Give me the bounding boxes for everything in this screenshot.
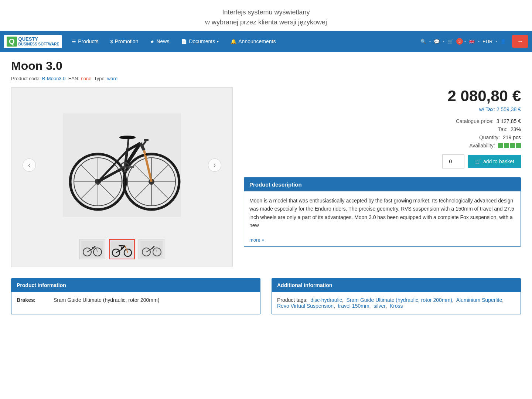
quantity-row: Quantity: 219 pcs [244, 134, 521, 140]
search-icon[interactable]: 🔍 [419, 39, 428, 44]
type-value[interactable]: ware [107, 76, 117, 81]
gallery-thumbnails [79, 239, 164, 259]
chevron-down-icon: ▾ [217, 40, 219, 44]
quantity-label: Quantity: [479, 134, 500, 140]
avail-block-3 [510, 143, 515, 148]
add-to-basket-button[interactable]: 🛒 add to basket [468, 155, 521, 168]
additional-information-header: Additional information [272, 279, 521, 292]
brakes-row: Brakes: Sram Guide Ultimate (hydraulic, … [17, 297, 255, 303]
description-header: Product description [244, 178, 521, 191]
product-information-box: Product information Brakes: Sram Guide U… [11, 278, 260, 314]
product-information-header: Product information [11, 279, 260, 292]
exit-button[interactable]: → [512, 35, 528, 48]
product-information-body: Brakes: Sram Guide Ultimate (hydraulic, … [11, 292, 260, 308]
tag-silver[interactable]: silver [374, 303, 385, 309]
currency-selector[interactable]: EUR [481, 39, 494, 44]
info-boxes: Product information Brakes: Sram Guide U… [11, 278, 521, 314]
product-meta: Product code: B-Moon3.0 EAN: none Type: … [11, 76, 521, 81]
product-layout: ‹ [11, 87, 521, 267]
cart-icon[interactable]: 🛒 [446, 39, 455, 44]
gallery-main-image: ‹ [19, 95, 225, 235]
brakes-value: Sram Guide Ultimate (hydraulic, rotor 20… [54, 297, 159, 303]
user-icon[interactable]: 👤 [499, 39, 508, 44]
nav-products[interactable]: ☰ Products [66, 31, 104, 52]
product-code-label: Product code: [11, 76, 41, 81]
additional-information-body: Product tags: disc-hydraulic, Sram Guide… [272, 292, 521, 314]
tags-label: Product tags: [277, 297, 308, 303]
catalogue-price-row: Catalogue price: 3 127,85 € [244, 118, 521, 124]
price-tax-value: 2 559,38 € [497, 106, 521, 112]
type-label: Type: [94, 76, 106, 81]
availability-row: Availability: [244, 143, 521, 149]
logo[interactable]: Q QUESTY BUSINESS SOFTWARE [4, 35, 62, 48]
nav-announcements[interactable]: 🔔 Announcements [225, 31, 282, 52]
nav-promotion[interactable]: $ Promotion [104, 31, 144, 52]
catalogue-price-label: Catalogue price: [456, 118, 494, 124]
tag-travel[interactable]: travel 150mm [338, 303, 369, 309]
product-details: 2 080,80 € w/ Tax: 2 559,38 € Catalogue … [244, 87, 521, 247]
avail-block-4 [516, 143, 521, 148]
price-tax-label: w/ Tax: [479, 106, 495, 112]
annotation-text: Interfejs systemu wyświetlany w wybranej… [0, 0, 532, 31]
nav-news[interactable]: ★ News [144, 31, 175, 52]
product-image [63, 113, 181, 217]
avail-block-2 [504, 143, 509, 148]
navbar: Q QUESTY BUSINESS SOFTWARE ☰ Products $ … [0, 31, 532, 52]
svg-rect-37 [129, 166, 134, 168]
tax-row: Tax: 23% [244, 126, 521, 132]
ean-label: EAN: [68, 76, 79, 81]
product-description-box: Product description Moon is a model that… [244, 177, 521, 247]
tag-revo[interactable]: Revo Virtual Suspension [277, 303, 334, 309]
products-icon: ☰ [72, 39, 76, 44]
price-main: 2 080,80 € [244, 87, 521, 105]
availability-label: Availability: [469, 143, 495, 149]
logo-q-letter: Q [7, 37, 17, 47]
quantity-value: 219 pcs [503, 134, 521, 140]
nav-documents[interactable]: 📄 Documents ▾ [175, 31, 225, 52]
availability-bar [498, 143, 521, 148]
nav-right: 🔍 • 💬 • 🛒 3 • 🇬🇧 • EUR • 👤 → [419, 35, 528, 48]
nav-promotion-label: Promotion [115, 38, 139, 44]
product-gallery: ‹ [11, 87, 233, 267]
news-icon: ★ [150, 39, 154, 44]
tax-value: 23% [511, 126, 521, 132]
catalogue-price-value: 3 127,85 € [497, 118, 521, 124]
nav-products-label: Products [78, 38, 98, 44]
cart-icon: 🛒 [475, 158, 481, 164]
cart-badge: 3 [456, 38, 463, 45]
svg-point-31 [119, 136, 136, 139]
tag-disc-hydraulic[interactable]: disc-hydraulic [310, 297, 342, 303]
documents-icon: 📄 [181, 39, 187, 44]
avail-block-1 [498, 143, 503, 148]
thumbnail-3[interactable] [139, 239, 164, 259]
additional-information-box: Additional information Product tags: dis… [272, 278, 521, 314]
gallery-next-button[interactable]: › [208, 158, 221, 172]
main-content: Moon 3.0 Product code: B-Moon3.0 EAN: no… [0, 52, 532, 322]
ean-value: none [81, 76, 92, 81]
brakes-label: Brakes: [17, 297, 46, 303]
thumbnail-2[interactable] [109, 239, 135, 259]
tag-kross[interactable]: Kross [390, 303, 403, 309]
quantity-input[interactable] [442, 154, 464, 168]
description-body: Moon is a model that was enthusiasticall… [244, 191, 521, 235]
product-title: Moon 3.0 [11, 59, 521, 73]
logo-text: QUESTY BUSINESS SOFTWARE [18, 37, 59, 46]
chat-icon[interactable]: 💬 [432, 39, 441, 44]
price-with-tax: w/ Tax: 2 559,38 € [244, 106, 521, 112]
add-to-basket-row: 🛒 add to basket [244, 154, 521, 168]
gallery-prev-button[interactable]: ‹ [23, 158, 36, 172]
add-to-basket-label: add to basket [483, 158, 514, 164]
nav-announcements-label: Announcements [238, 38, 276, 44]
nav-documents-label: Documents [189, 38, 215, 44]
product-code-value[interactable]: B-Moon3.0 [42, 76, 66, 81]
tag-aluminium[interactable]: Aluminium Superlite [456, 297, 502, 303]
announcements-icon: 🔔 [231, 39, 236, 44]
nav-links: ☰ Products $ Promotion ★ News 📄 Document… [66, 31, 419, 52]
description-more-link[interactable]: more » [244, 235, 521, 246]
tag-sram[interactable]: Sram Guide Ultimate (hydraulic, rotor 20… [347, 297, 452, 303]
flag-icon[interactable]: 🇬🇧 [467, 39, 476, 44]
svg-line-30 [127, 139, 129, 149]
promotion-icon: $ [110, 39, 113, 44]
nav-news-label: News [156, 38, 169, 44]
thumbnail-1[interactable] [79, 239, 105, 259]
